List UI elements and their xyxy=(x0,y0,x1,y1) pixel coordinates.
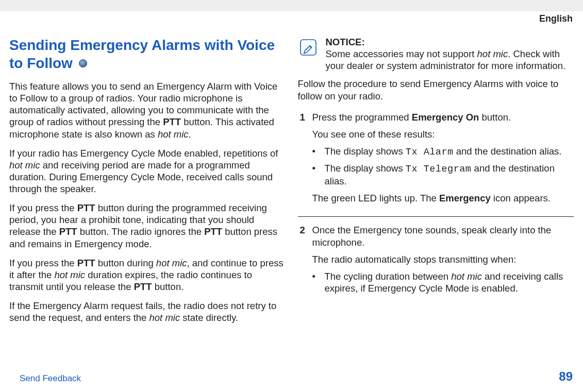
list-item: • The display shows Tx Alarm and the des… xyxy=(312,145,574,158)
text: The green LED lights up. The xyxy=(312,193,439,203)
paragraph-5: If the Emergency Alarm request fails, th… xyxy=(9,300,286,323)
page-footer: Send Feedback 89 xyxy=(0,369,583,384)
step-body: Once the Emergency tone sounds, speak cl… xyxy=(312,224,574,299)
text: button. The radio ignores the xyxy=(77,226,205,237)
text: and the destination alias. xyxy=(454,146,562,157)
text-bold: PTT xyxy=(163,116,181,127)
list-item: • The cycling duration between hot mic a… xyxy=(312,270,574,294)
text-bold: Emergency xyxy=(439,193,491,203)
text-italic: hot mic xyxy=(477,48,508,59)
bullet-text: The display shows Tx Telegram and the de… xyxy=(325,162,574,187)
step-2-bullets: • The cycling duration between hot mic a… xyxy=(312,270,574,294)
paragraph-3: If you press the PTT button during the p… xyxy=(9,202,286,250)
language-label: English xyxy=(539,13,573,24)
text-bold: PTT xyxy=(134,281,152,292)
left-column: Sending Emergency Alarms with Voice to F… xyxy=(9,36,286,331)
text-italic: hot mic xyxy=(9,160,40,171)
step-1-results-intro: You see one of these results: xyxy=(312,128,574,140)
text-italic: hot mic xyxy=(451,271,482,282)
step-1: 1 Press the programmed Emergency On butt… xyxy=(298,111,574,210)
text-italic: hot mic xyxy=(54,269,85,280)
step-1-action: Press the programmed Emergency On button… xyxy=(312,111,574,123)
notice-label: NOTICE: xyxy=(326,37,365,47)
text-code: Tx Telegram xyxy=(406,164,472,175)
step-1-led: The green LED lights up. The Emergency i… xyxy=(312,192,574,204)
text-code: Tx Alarm xyxy=(406,147,454,158)
text: Press the programmed xyxy=(312,112,412,123)
content-columns: Sending Emergency Alarms with Voice to F… xyxy=(0,11,583,331)
text: button. xyxy=(479,112,511,123)
text-bold: PTT xyxy=(77,258,95,268)
bullet-marker: • xyxy=(312,162,325,174)
procedure-intro: Follow the procedure to send Emergency A… xyxy=(298,78,574,101)
header-bar xyxy=(0,0,583,11)
notice-block: NOTICE: Some accessories may not support… xyxy=(298,36,574,72)
text: If you press the xyxy=(9,202,77,213)
text: If you press the xyxy=(9,258,77,268)
note-icon xyxy=(298,37,319,58)
step-number: 2 xyxy=(298,224,312,236)
bullet-marker: • xyxy=(312,145,325,157)
bullet-text: The cycling duration between hot mic and… xyxy=(325,270,574,294)
text-bold: PTT xyxy=(77,202,95,213)
step-number: 1 xyxy=(298,111,312,123)
text: . xyxy=(189,129,191,140)
text: Some accessories may not support xyxy=(326,48,477,59)
step-body: Press the programmed Emergency On button… xyxy=(312,111,574,210)
page-number: 89 xyxy=(559,369,573,384)
bullet-text: The display shows Tx Alarm and the desti… xyxy=(325,145,574,158)
text: If your radio has Emergency Cycle Mode e… xyxy=(9,148,278,159)
text-bold: PTT xyxy=(59,226,77,237)
text-italic: hot mic xyxy=(149,312,180,323)
send-feedback-link[interactable]: Send Feedback xyxy=(20,373,81,384)
step-2-stops-intro: The radio automatically stops transmitti… xyxy=(312,253,574,265)
text: button during xyxy=(95,258,156,268)
right-column: NOTICE: Some accessories may not support… xyxy=(298,36,574,331)
step-separator xyxy=(298,216,574,217)
text: The cycling duration between xyxy=(325,271,452,282)
step-2-action: Once the Emergency tone sounds, speak cl… xyxy=(312,224,574,248)
list-item: • The display shows Tx Telegram and the … xyxy=(312,162,574,187)
notice-text: NOTICE: Some accessories may not support… xyxy=(326,36,574,72)
paragraph-4: If you press the PTT button during hot m… xyxy=(9,257,286,293)
step-1-bullets: • The display shows Tx Alarm and the des… xyxy=(312,145,574,187)
paragraph-2: If your radio has Emergency Cycle Mode e… xyxy=(9,147,286,195)
section-title-text: Sending Emergency Alarms with Voice to F… xyxy=(9,37,275,71)
text: icon appears. xyxy=(491,193,551,203)
step-2: 2 Once the Emergency tone sounds, speak … xyxy=(298,224,574,299)
text: The display shows xyxy=(325,146,406,157)
text-italic: hot mic xyxy=(158,129,189,140)
text-italic: hot mic xyxy=(156,258,187,268)
text: and receiving period are made for a prog… xyxy=(9,160,273,194)
section-title: Sending Emergency Alarms with Voice to F… xyxy=(9,36,286,72)
paragraph-1: This feature allows you to send an Emerg… xyxy=(9,80,286,140)
bullet-marker: • xyxy=(312,270,325,282)
text: state directly. xyxy=(180,312,238,323)
text: button. xyxy=(152,281,184,292)
text-bold: PTT xyxy=(204,226,222,237)
text-bold: Emergency On xyxy=(412,112,479,123)
globe-icon xyxy=(79,59,87,67)
text: The display shows xyxy=(325,163,406,174)
